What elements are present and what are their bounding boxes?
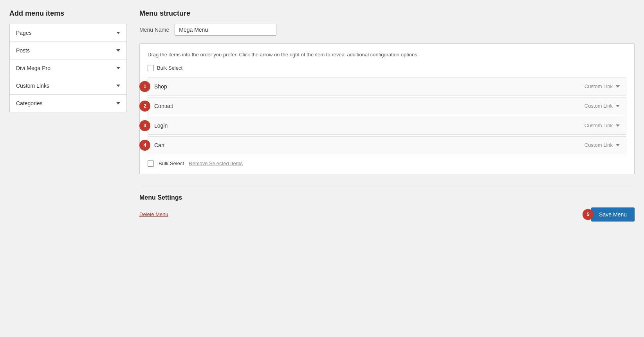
add-menu-items-title: Add menu items [9, 9, 127, 18]
bottom-bulk-row: Bulk Select Remove Selected Items [148, 160, 626, 167]
save-badge: 5 [583, 209, 593, 220]
menu-item-right-cart: Custom Link [584, 142, 620, 148]
accordion-item-label-categories: Categories [16, 100, 43, 106]
menu-structure-box: Drag the items into the order you prefer… [139, 43, 635, 174]
menu-item-login[interactable]: 3 Login Custom Link [148, 117, 626, 135]
left-panel: Add menu items Pages Posts Divi Mega Pro… [9, 9, 127, 112]
save-menu-button[interactable]: 5 Save Menu [591, 207, 635, 222]
accordion-chevron-categories [116, 102, 120, 105]
menu-item-badge-shop: 1 [139, 81, 150, 92]
accordion-chevron-posts [116, 49, 120, 52]
accordion-item-pages[interactable]: Pages [10, 24, 126, 42]
menu-item-label-contact: Contact [154, 103, 173, 109]
drag-hint: Drag the items into the order you prefer… [148, 51, 626, 59]
menu-item-chevron-cart[interactable] [616, 144, 620, 146]
menu-item-right-shop: Custom Link [584, 83, 620, 89]
accordion-item-divi-mega-pro[interactable]: Divi Mega Pro [10, 59, 126, 77]
menu-item-chevron-shop[interactable] [616, 85, 620, 88]
accordion-chevron-pages [116, 32, 120, 34]
menu-item-chevron-contact[interactable] [616, 105, 620, 107]
bulk-select-top-checkbox[interactable] [148, 65, 154, 71]
menu-item-badge-cart: 4 [139, 140, 150, 151]
menu-item-badge-login: 3 [139, 120, 150, 131]
menu-item-label-shop: Shop [154, 83, 167, 90]
remove-selected-link[interactable]: Remove Selected Items [189, 160, 243, 166]
menu-item-cart[interactable]: 4 Cart Custom Link [148, 136, 626, 154]
accordion-chevron-divi-mega-pro [116, 67, 120, 69]
bulk-select-bottom-label: Bulk Select [159, 160, 184, 166]
menu-item-right-login: Custom Link [584, 123, 620, 128]
accordion-item-label-divi-mega-pro: Divi Mega Pro [16, 65, 51, 71]
accordion-box: Pages Posts Divi Mega Pro Custom Links C… [9, 24, 127, 112]
menu-item-badge-contact: 2 [139, 101, 150, 112]
accordion-item-label-posts: Posts [16, 47, 30, 54]
menu-item-chevron-login[interactable] [616, 124, 620, 127]
menu-item-label-login: Login [154, 123, 168, 129]
menu-settings-title: Menu Settings [139, 186, 635, 201]
bulk-select-top-row: Bulk Select [148, 65, 626, 71]
menu-name-row: Menu Name [139, 24, 635, 36]
delete-menu-link[interactable]: Delete Menu [139, 211, 168, 217]
menu-item-label-cart: Cart [154, 142, 164, 148]
menu-item-right-contact: Custom Link [584, 103, 620, 109]
menu-item-type-cart: Custom Link [584, 142, 613, 148]
menu-item-type-contact: Custom Link [584, 103, 613, 109]
menu-items-list: 1 Shop Custom Link 2 Contact Custom Link… [148, 77, 626, 154]
accordion-item-posts[interactable]: Posts [10, 42, 126, 59]
menu-name-label: Menu Name [139, 27, 169, 33]
menu-item-type-shop: Custom Link [584, 83, 613, 89]
menu-settings-section: Menu Settings Delete Menu 5 Save Menu [139, 186, 635, 222]
menu-item-shop[interactable]: 1 Shop Custom Link [148, 77, 626, 96]
right-panel: Menu structure Menu Name Drag the items … [139, 9, 635, 222]
accordion-item-categories[interactable]: Categories [10, 95, 126, 112]
accordion-item-label-pages: Pages [16, 30, 32, 36]
accordion-item-label-custom-links: Custom Links [16, 83, 49, 89]
accordion-item-custom-links[interactable]: Custom Links [10, 77, 126, 95]
bulk-select-top-label: Bulk Select [157, 65, 182, 71]
menu-name-input[interactable] [175, 24, 276, 36]
menu-item-type-login: Custom Link [584, 123, 613, 128]
accordion-chevron-custom-links [116, 85, 120, 87]
menu-structure-title: Menu structure [139, 9, 635, 18]
bulk-select-bottom-checkbox[interactable] [148, 160, 154, 167]
bottom-bar: Delete Menu 5 Save Menu [139, 207, 635, 222]
menu-item-contact[interactable]: 2 Contact Custom Link [148, 97, 626, 115]
